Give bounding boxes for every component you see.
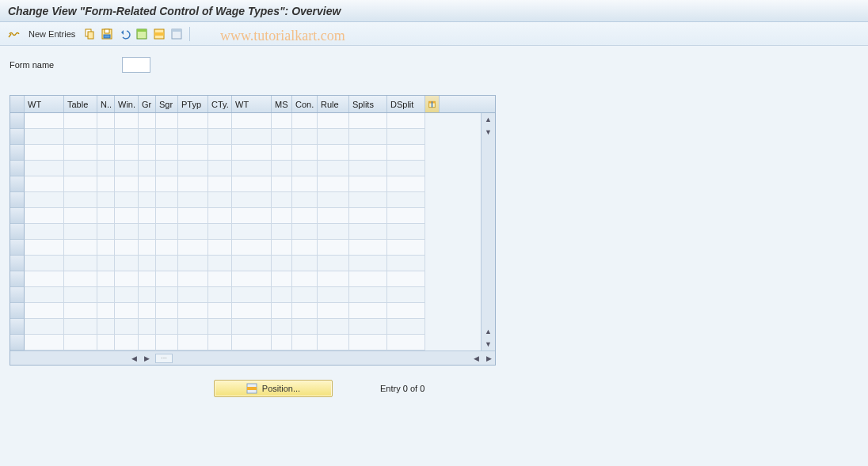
table-cell[interactable]: [115, 240, 139, 256]
table-cell[interactable]: [349, 256, 387, 271]
table-cell[interactable]: [64, 224, 97, 240]
table-cell[interactable]: [97, 319, 115, 335]
table-cell[interactable]: [97, 287, 115, 303]
table-cell[interactable]: [208, 256, 232, 271]
table-cell[interactable]: [318, 129, 349, 145]
table-cell[interactable]: [25, 335, 64, 350]
new-entries-button[interactable]: New Entries: [25, 29, 78, 39]
table-cell[interactable]: [97, 161, 115, 176]
table-cell[interactable]: [64, 335, 97, 350]
table-cell[interactable]: [156, 208, 178, 224]
scroll-up-step-icon[interactable]: ▼: [482, 126, 495, 138]
table-cell[interactable]: [232, 145, 272, 161]
table-cell[interactable]: [139, 319, 156, 335]
table-cell[interactable]: [318, 271, 349, 287]
table-cell[interactable]: [208, 240, 232, 256]
table-cell[interactable]: [115, 145, 139, 161]
table-cell[interactable]: [208, 303, 232, 319]
table-cell[interactable]: [25, 129, 64, 145]
table-cell[interactable]: [232, 176, 272, 192]
table-cell[interactable]: [349, 176, 387, 192]
select-all-column-header[interactable]: [10, 96, 25, 112]
table-cell[interactable]: [115, 113, 139, 129]
table-cell[interactable]: [97, 224, 115, 240]
table-cell[interactable]: [318, 208, 349, 224]
col-header-con[interactable]: Con.: [292, 96, 318, 112]
table-cell[interactable]: [232, 240, 272, 256]
table-cell[interactable]: [318, 256, 349, 271]
table-cell[interactable]: [64, 192, 97, 208]
row-selector[interactable]: [10, 208, 25, 224]
table-cell[interactable]: [156, 287, 178, 303]
table-cell[interactable]: [115, 256, 139, 271]
table-cell[interactable]: [25, 208, 64, 224]
table-cell[interactable]: [64, 240, 97, 256]
table-cell[interactable]: [64, 129, 97, 145]
table-cell[interactable]: [272, 145, 292, 161]
table-cell[interactable]: [139, 129, 156, 145]
table-cell[interactable]: [349, 271, 387, 287]
deselect-all-icon[interactable]: [170, 28, 183, 40]
table-cell[interactable]: [349, 224, 387, 240]
column-config-icon[interactable]: ⋯: [155, 354, 173, 363]
table-cell[interactable]: [292, 224, 318, 240]
table-cell[interactable]: [292, 176, 318, 192]
vertical-scrollbar[interactable]: ▲ ▼ ▲ ▼: [481, 113, 495, 350]
table-cell[interactable]: [318, 192, 349, 208]
table-cell[interactable]: [64, 271, 97, 287]
row-selector[interactable]: [10, 176, 25, 192]
table-cell[interactable]: [25, 176, 64, 192]
scroll-right-icon[interactable]: ▶: [140, 352, 153, 365]
table-cell[interactable]: [64, 145, 97, 161]
table-cell[interactable]: [139, 113, 156, 129]
table-cell[interactable]: [156, 303, 178, 319]
col-header-rule[interactable]: Rule: [318, 96, 349, 112]
table-cell[interactable]: [115, 335, 139, 350]
undo-icon[interactable]: [118, 28, 131, 40]
table-cell[interactable]: [25, 192, 64, 208]
table-cell[interactable]: [25, 161, 64, 176]
table-cell[interactable]: [387, 287, 425, 303]
table-cell[interactable]: [272, 319, 292, 335]
table-cell[interactable]: [139, 208, 156, 224]
col-header-ptyp[interactable]: PTyp: [178, 96, 208, 112]
table-cell[interactable]: [156, 145, 178, 161]
table-cell[interactable]: [139, 240, 156, 256]
table-cell[interactable]: [318, 176, 349, 192]
table-cell[interactable]: [25, 240, 64, 256]
table-cell[interactable]: [115, 192, 139, 208]
table-cell[interactable]: [232, 129, 272, 145]
table-cell[interactable]: [272, 113, 292, 129]
table-cell[interactable]: [208, 129, 232, 145]
table-cell[interactable]: [292, 240, 318, 256]
table-cell[interactable]: [292, 192, 318, 208]
table-cell[interactable]: [349, 208, 387, 224]
table-cell[interactable]: [208, 224, 232, 240]
table-cell[interactable]: [115, 287, 139, 303]
table-cell[interactable]: [139, 256, 156, 271]
row-selector[interactable]: [10, 335, 25, 350]
table-cell[interactable]: [139, 271, 156, 287]
table-cell[interactable]: [349, 145, 387, 161]
table-cell[interactable]: [25, 319, 64, 335]
table-cell[interactable]: [156, 161, 178, 176]
table-cell[interactable]: [156, 224, 178, 240]
row-selector[interactable]: [10, 303, 25, 319]
table-cell[interactable]: [208, 145, 232, 161]
table-cell[interactable]: [97, 271, 115, 287]
table-cell[interactable]: [139, 303, 156, 319]
table-cell[interactable]: [387, 208, 425, 224]
table-cell[interactable]: [156, 192, 178, 208]
table-cell[interactable]: [156, 129, 178, 145]
table-cell[interactable]: [115, 303, 139, 319]
table-cell[interactable]: [292, 303, 318, 319]
table-cell[interactable]: [232, 271, 272, 287]
table-cell[interactable]: [349, 303, 387, 319]
table-cell[interactable]: [292, 113, 318, 129]
table-cell[interactable]: [387, 129, 425, 145]
row-selector[interactable]: [10, 192, 25, 208]
table-cell[interactable]: [272, 271, 292, 287]
row-selector[interactable]: [10, 129, 25, 145]
table-cell[interactable]: [387, 176, 425, 192]
table-cell[interactable]: [64, 303, 97, 319]
